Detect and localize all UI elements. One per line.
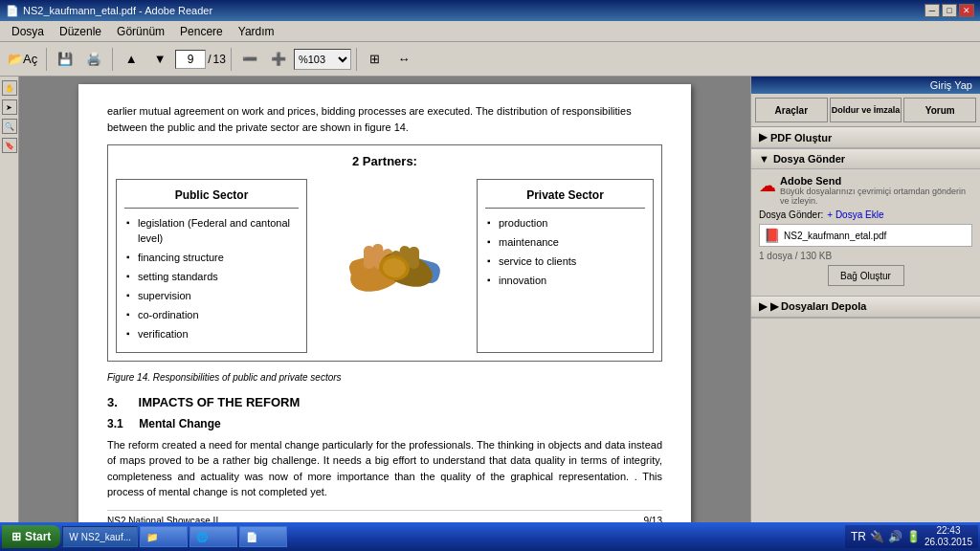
dosya-gonder-row: Dosya Gönder: + Dosya Ekle: [759, 209, 972, 220]
plus-icon: ➕: [271, 52, 286, 66]
dosyalari-depola-header[interactable]: ▶ ▶ Dosyaları Depola: [751, 297, 980, 318]
start-button[interactable]: ⊞ Start: [2, 525, 60, 548]
pdf-olustur-header[interactable]: ▶ PDF Oluştur: [751, 127, 980, 148]
dosya-gonder-header[interactable]: ▼ Dosya Gönder: [751, 149, 980, 169]
dosya-gonder-content: ☁ Adobe Send Büyük dosyalarınızı çevrimi…: [751, 169, 980, 296]
volume-icon: 🔊: [888, 530, 902, 543]
zoom-in-button[interactable]: ➕: [265, 46, 292, 73]
clock-time: 22:43: [924, 525, 972, 537]
doldur-imzala-button[interactable]: Doldur ve İmzala: [830, 98, 902, 122]
handshake-area: [307, 179, 477, 353]
hand-tool-button[interactable]: ✋: [2, 80, 17, 96]
footer-left: NS2 National Showcase II: [107, 516, 218, 522]
maximize-button[interactable]: □: [942, 4, 957, 17]
taskbar-app-explorer[interactable]: 📁: [140, 526, 188, 547]
menu-gorunum[interactable]: Görünüm: [109, 23, 172, 40]
taskbar-apps: W NS2_kauf... 📁 🌐 📄: [62, 526, 843, 547]
next-page-button[interactable]: ▼: [146, 46, 173, 73]
section31-heading: 3.1 Mental Change: [107, 416, 662, 432]
dosya-gonder-arrow-icon: ▼: [759, 153, 769, 165]
section31-number: 3.1: [107, 417, 123, 430]
menu-yardim[interactable]: Yardım: [231, 23, 282, 40]
list-item: setting standards: [124, 268, 299, 287]
adobe-send-icon: ☁: [759, 175, 776, 196]
pdf-icon: 📄: [246, 532, 257, 542]
zoom-tool-button[interactable]: 🔍: [2, 119, 17, 134]
taskbar-app-word[interactable]: W NS2_kauf...: [62, 526, 138, 547]
fit-width-icon: ↔: [397, 52, 410, 66]
figure-caption: Figure 14. Responsibilities of public an…: [107, 371, 662, 386]
browser-icon: 🌐: [196, 532, 208, 542]
section3-heading: 3. IMPACTS OF THE REFORM: [107, 394, 662, 412]
main-area: ✋ ➤ 🔍 🔖 earlier mutual agreement on work…: [0, 77, 980, 522]
minimize-button[interactable]: ─: [924, 4, 940, 17]
start-label: Start: [25, 530, 51, 543]
select-tool-button[interactable]: ➤: [2, 99, 17, 115]
title-bar-left: 📄 NS2_kaufmann_etal.pdf - Adobe Reader: [6, 5, 212, 17]
login-link[interactable]: Giriş Yap: [930, 79, 972, 91]
list-item: legislation (Federal and cantonal level): [124, 214, 299, 249]
separator-3: [231, 48, 232, 71]
taskbar-app-browser[interactable]: 🌐: [189, 526, 237, 547]
partners-diagram: 2 Partners: Public Sector legislation (F…: [107, 144, 662, 362]
page-number-input[interactable]: [175, 50, 206, 69]
pdf-page: earlier mutual agreement on work and pri…: [78, 84, 691, 522]
fit-width-button[interactable]: ↔: [390, 46, 417, 73]
save-button[interactable]: 💾: [52, 46, 78, 73]
clock: 22:43 26.03.2015: [924, 525, 972, 548]
open-label: Aç: [23, 52, 37, 66]
intro-text: earlier mutual agreement on work and pri…: [107, 103, 662, 135]
menu-duzenle[interactable]: Düzenle: [52, 23, 109, 40]
fit-page-button[interactable]: ⊞: [362, 46, 389, 73]
list-item: verification: [124, 325, 299, 344]
list-item: service to clients: [485, 253, 645, 272]
close-button[interactable]: ✕: [959, 4, 974, 17]
dosyalari-depola-label: ▶ Dosyaları Depola: [770, 300, 866, 313]
prev-page-button[interactable]: ▲: [118, 46, 145, 73]
bookmark-button[interactable]: 🔖: [2, 138, 17, 153]
open-button[interactable]: 📂 Aç: [4, 46, 41, 73]
footer-page: 9/13: [644, 515, 662, 522]
menu-dosya[interactable]: Dosya: [4, 23, 52, 40]
file-stats: 1 dosya / 130 KB: [759, 251, 832, 261]
public-sector-list: legislation (Federal and cantonal level)…: [124, 214, 299, 344]
pdf-file-icon: 📕: [764, 228, 780, 243]
save-icon: 💾: [57, 52, 73, 66]
section3-title: IMPACTS OF THE REFORM: [139, 395, 301, 409]
section31-title: Mental Change: [139, 417, 220, 430]
print-button[interactable]: 🖨️: [80, 46, 107, 73]
dosya-ekle-link[interactable]: + Dosya Ekle: [827, 209, 883, 220]
pdf-olustur-label: PDF Oluştur: [770, 132, 832, 143]
right-panel: Giriş Yap Araçlar Doldur ve İmzala Yorum…: [750, 77, 980, 522]
up-arrow-icon: ▲: [125, 52, 138, 66]
right-panel-top-buttons: Araçlar Doldur ve İmzala Yorum: [751, 94, 980, 127]
zoom-select[interactable]: %103 %75 %100 %125: [294, 49, 351, 70]
private-sector-list: production maintenance service to client…: [485, 214, 645, 291]
taskbar-right: TR 🔌 🔊 🔋 22:43 26.03.2015: [845, 525, 978, 548]
dosyalari-depola-section: ▶ ▶ Dosyaları Depola: [751, 297, 980, 319]
app-icon: 📄: [6, 5, 19, 17]
sectors-row: Public Sector legislation (Federal and c…: [116, 179, 654, 353]
print-icon: 🖨️: [86, 52, 101, 66]
menu-pencere[interactable]: Pencere: [172, 23, 231, 40]
page-controls: / 13: [175, 50, 226, 69]
adobe-send-info: Adobe Send Büyük dosyalarınızı çevrimiçi…: [780, 175, 972, 206]
taskbar: ⊞ Start W NS2_kauf... 📁 🌐 📄 TR 🔌 🔊 🔋 22:…: [0, 522, 980, 551]
fit-page-icon: ⊞: [369, 52, 380, 66]
pdf-olustur-section: ▶ PDF Oluştur: [751, 127, 980, 149]
bag-olustur-button[interactable]: Bağ Oluştur: [828, 265, 904, 286]
svg-rect-9: [409, 247, 419, 269]
yorum-button[interactable]: Yorum: [903, 98, 976, 122]
zoom-out-button[interactable]: ➖: [236, 46, 263, 73]
public-sector-box: Public Sector legislation (Federal and c…: [116, 179, 307, 353]
file-name: NS2_kaufmann_etal.pdf: [784, 231, 886, 241]
araclar-button[interactable]: Araçlar: [755, 98, 828, 122]
list-item: production: [485, 214, 645, 233]
separator-1: [46, 48, 47, 71]
taskbar-app-pdf[interactable]: 📄: [239, 526, 287, 547]
toolbar: 📂 Aç 💾 🖨️ ▲ ▼ / 13 ➖ ➕ %103 %75 %100 %12…: [0, 42, 980, 77]
lang-indicator: TR: [851, 530, 866, 543]
separator-4: [356, 48, 357, 71]
adobe-send-title: Adobe Send: [780, 175, 972, 187]
open-icon: 📂: [8, 52, 23, 66]
